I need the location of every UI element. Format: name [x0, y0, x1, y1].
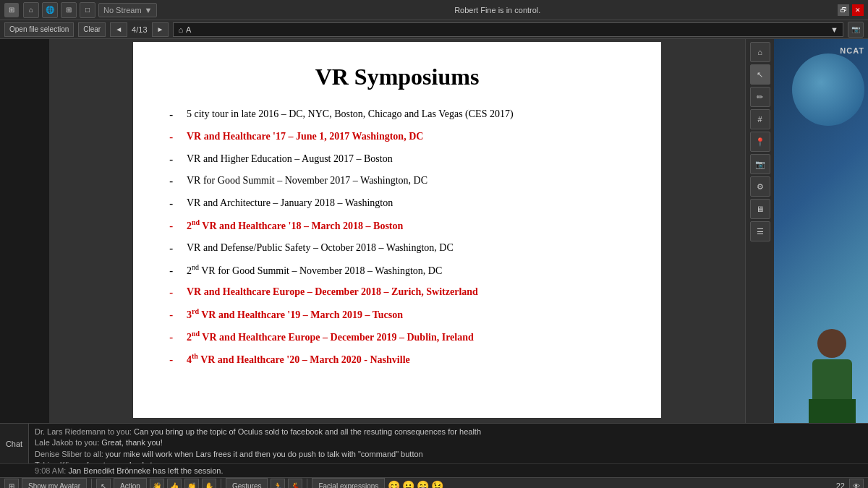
session-message: 9:08 AM: Jan Benedikt Brönneke has left …: [0, 463, 868, 477]
list-dash-red: -: [169, 283, 179, 304]
slide-container: VR Symposiums - 5 city tour in late 2016…: [49, 39, 745, 423]
item-text-red: 4th VR and Healthcare '20 – March 2020 -…: [187, 350, 410, 371]
session-time: 9:08 AM:: [35, 466, 66, 475]
open-file-button[interactable]: Open file selection: [4, 22, 74, 37]
show-avatar-button[interactable]: Show my Avatar: [22, 478, 87, 488]
list-dash-red: -: [169, 328, 179, 348]
main-area: VR Symposiums - 5 city tour in late 2016…: [0, 39, 868, 423]
eye-icon[interactable]: 👁: [849, 479, 864, 488]
session-text: Jan Benedikt Brönneke has left the sessi…: [68, 466, 223, 475]
chat-message-1: Dr. Lars Riedemann to you: Can you bring…: [35, 427, 862, 437]
list-item: - 3rd VR and Healthcare '19 – March 2019…: [169, 305, 625, 326]
emoji-smile[interactable]: 😊: [388, 480, 400, 488]
sidebar-camera-icon[interactable]: 📷: [750, 154, 770, 174]
icon-grid[interactable]: ⊞: [61, 2, 77, 18]
raise-hand-icon[interactable]: ✋: [202, 479, 216, 488]
sidebar-home-icon[interactable]: ⌂: [750, 42, 770, 62]
list-item: - VR and Defense/Public Safety – October…: [169, 239, 625, 260]
screenshot-icon[interactable]: 📷: [848, 22, 864, 38]
separator-1: [91, 479, 92, 488]
clap-icon[interactable]: 👏: [184, 479, 199, 488]
list-item: - 2nd VR and Healthcare Europe – Decembe…: [169, 328, 625, 348]
restore-button[interactable]: 🗗: [838, 4, 849, 16]
close-button[interactable]: ✕: [852, 4, 864, 16]
gesture-icon-2[interactable]: 💃: [288, 479, 302, 488]
window-controls: 🗗 ✕: [838, 4, 864, 16]
emoji-happy[interactable]: 😄: [417, 480, 429, 488]
list-dash: -: [169, 105, 179, 126]
action-button[interactable]: Action: [114, 478, 147, 488]
address-bar[interactable]: ⌂ A ▼: [173, 22, 843, 37]
vr-background: NCAT: [774, 39, 868, 423]
bottom-right-controls: 22 👁: [836, 479, 864, 488]
sender-1: Dr. Lars Riedemann to you:: [35, 427, 132, 436]
app-logo: ⊞: [4, 3, 19, 17]
slide: VR Symposiums - 5 city tour in late 2016…: [133, 42, 661, 418]
separator-2: [221, 479, 221, 488]
sidebar-hash-icon[interactable]: #: [750, 109, 770, 129]
gesture-icon-1[interactable]: 🏃: [271, 479, 285, 488]
item-text-red: VR and Healthcare '17 – June 1, 2017 Was…: [187, 127, 423, 148]
address-icon: ⌂: [178, 25, 183, 34]
toolbar-icon-left[interactable]: ⊞: [4, 479, 19, 488]
cursor-icon[interactable]: ↖: [96, 479, 111, 488]
top-bar: ⊞ ⌂ 🌐 ⊞ □ No Stream ▼ Robert Fine is in …: [0, 0, 868, 20]
item-text: VR and Architecture – January 2018 – Was…: [187, 194, 393, 215]
sidebar-pin-icon[interactable]: 📍: [750, 132, 770, 152]
slide-list: - 5 city tour in late 2016 – DC, NYC, Bo…: [169, 105, 625, 371]
chat-label: Chat: [0, 424, 29, 463]
wave-icon[interactable]: 👋: [150, 479, 164, 488]
list-dash: -: [169, 239, 179, 260]
vr-sphere: [792, 53, 864, 126]
sidebar-settings-icon[interactable]: ⚙: [750, 176, 770, 197]
sidebar-screen-icon[interactable]: 🖥: [750, 199, 770, 219]
status-text: Robert Fine is in control.: [161, 6, 833, 14]
item-text: VR and Defense/Public Safety – October 2…: [187, 239, 454, 260]
list-dash-red: -: [169, 216, 179, 237]
sidebar-pen-icon[interactable]: ✏: [750, 87, 770, 107]
prev-button[interactable]: ◄: [110, 22, 127, 37]
list-item: - 5 city tour in late 2016 – DC, NYC, Bo…: [169, 105, 625, 126]
next-button[interactable]: ►: [152, 22, 169, 37]
item-text-red: 3rd VR and Healthcare '19 – March 2019 –…: [187, 305, 403, 326]
list-dash-red: -: [169, 350, 179, 371]
facial-expressions-button[interactable]: Facial expressions: [312, 478, 385, 488]
icon-globe[interactable]: 🌐: [42, 2, 58, 18]
list-dash-red: -: [169, 127, 179, 148]
item-text-red: 2nd VR and Healthcare '18 – March 2018 –…: [187, 216, 403, 237]
emoji-neutral[interactable]: 😐: [402, 480, 414, 488]
right-icons: 📷: [848, 22, 864, 38]
separator-3: [307, 479, 307, 488]
item-text-red: 2nd VR and Healthcare Europe – December …: [187, 328, 474, 348]
emoji-row: 😊 😐 😄 😉: [388, 480, 443, 488]
item-text: VR and Higher Education – August 2017 – …: [187, 150, 393, 171]
sender-2: Lale Jakob to you:: [35, 438, 99, 447]
vr-label: NCAT: [840, 46, 864, 55]
icon-monitor[interactable]: □: [80, 2, 95, 18]
gestures-button[interactable]: Gestures: [226, 478, 268, 488]
chat-messages: Dr. Lars Riedemann to you: Can you bring…: [29, 424, 868, 463]
left-sidebar: [0, 39, 49, 423]
emoji-wink[interactable]: 😉: [431, 480, 443, 488]
item-text: VR for Good Summit – November 2017 – Was…: [187, 171, 427, 192]
list-item: - VR and Healthcare Europe – December 20…: [169, 283, 625, 304]
list-item: - VR for Good Summit – November 2017 – W…: [169, 171, 625, 192]
clear-button[interactable]: Clear: [78, 22, 106, 37]
bottom-area: Chat Dr. Lars Riedemann to you: Can you …: [0, 423, 868, 488]
list-item: - VR and Healthcare '17 – June 1, 2017 W…: [169, 127, 625, 148]
address-dropdown-arrow: ▼: [830, 25, 838, 34]
list-dash-red: -: [169, 305, 179, 326]
stream-dropdown[interactable]: No Stream ▼: [98, 3, 157, 17]
list-item: - 2nd VR and Healthcare '18 – March 2018…: [169, 216, 625, 237]
sidebar-cursor-icon[interactable]: ↖: [750, 64, 770, 85]
thumbs-up-icon[interactable]: 👍: [167, 479, 182, 488]
dropdown-arrow: ▼: [145, 6, 153, 14]
chat-message-3: Denise Sliber to all: your mike will wor…: [35, 449, 862, 460]
icon-home[interactable]: ⌂: [23, 2, 39, 18]
sidebar-menu-icon[interactable]: ☰: [750, 221, 770, 241]
list-dash: -: [169, 194, 179, 215]
list-item: - VR and Architecture – January 2018 – W…: [169, 194, 625, 215]
second-toolbar: Open file selection Clear ◄ 4/13 ► ⌂ A ▼…: [0, 20, 868, 39]
sender-3: Denise Sliber to all:: [35, 450, 103, 458]
list-item: - 4th VR and Healthcare '20 – March 2020…: [169, 350, 625, 371]
